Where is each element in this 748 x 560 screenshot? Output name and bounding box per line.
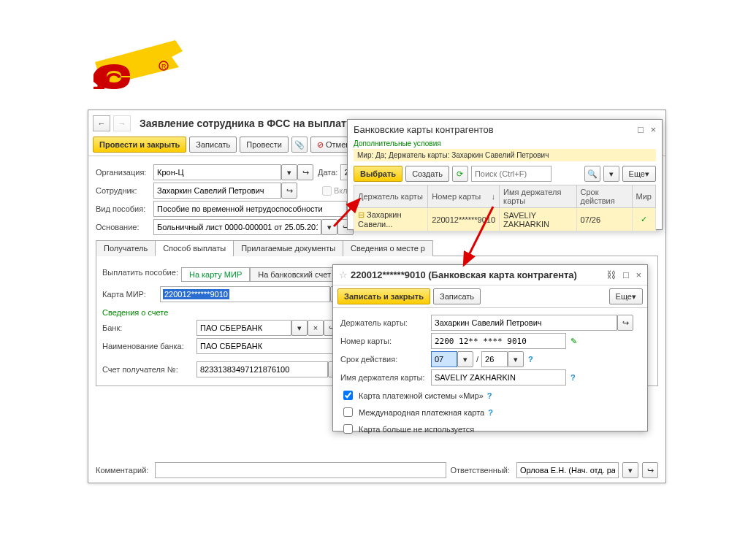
basis-dropdown-button[interactable]: ▾ <box>321 219 337 235</box>
org-open-button[interactable]: ↪ <box>297 164 313 180</box>
not-used-label: Карта больше не используется <box>359 425 474 434</box>
edit-icon[interactable]: ✎ <box>570 337 577 346</box>
extra-conditions-value: Мир: Да; Держатель карты: Захаркин Савел… <box>354 149 656 161</box>
holder-open-button[interactable]: ↪ <box>617 315 633 331</box>
post-and-close-button[interactable]: Провести и закрыть <box>93 137 186 153</box>
card-detail-title: 220012******9010 (Банковская карта контр… <box>351 269 602 280</box>
tab-documents[interactable]: Прилагаемые документы <box>233 240 343 256</box>
benefit-type-field[interactable] <box>153 201 347 217</box>
bank-clear-button[interactable]: × <box>308 320 324 336</box>
expiry-month-dropdown[interactable]: ▾ <box>457 351 473 367</box>
mir-card-label: Карта МИР: <box>102 290 160 299</box>
tab-place-info[interactable]: Сведения о месте р <box>343 240 433 256</box>
card-detail-dialog: ☆ 220012******9010 (Банковская карта кон… <box>332 264 648 431</box>
international-checkbox[interactable] <box>343 407 353 417</box>
link-icon[interactable]: ⛓ <box>606 269 616 280</box>
pay-tab-mir[interactable]: На карту МИР <box>181 267 250 282</box>
maximize-icon[interactable]: □ <box>623 269 629 280</box>
clip-icon[interactable]: 📎 <box>291 137 308 153</box>
dropdown-icon[interactable]: ▾ <box>603 166 619 182</box>
create-button[interactable]: Создать <box>405 166 449 182</box>
post-button[interactable]: Провести <box>240 137 289 153</box>
mir-system-checkbox[interactable] <box>343 391 353 400</box>
card-number-field[interactable] <box>431 333 566 349</box>
basis-field[interactable] <box>153 219 321 235</box>
help-icon[interactable]: ? <box>528 355 533 364</box>
nav-back-button[interactable]: ← <box>93 115 110 131</box>
expiry-month-field[interactable] <box>431 351 457 367</box>
comment-label: Комментарий: <box>96 466 151 475</box>
expiry-label: Срок действия: <box>340 355 431 364</box>
close-icon[interactable]: × <box>650 124 656 135</box>
search-icon[interactable]: 🔍 <box>584 166 600 182</box>
basis-label: Основание: <box>96 223 153 231</box>
employee-field[interactable] <box>153 183 281 199</box>
pay-tab-bank[interactable]: На банковский счет <box>250 267 339 282</box>
expiry-year-field[interactable] <box>481 351 508 367</box>
bank-name-label: Наименование банка: <box>102 342 196 350</box>
owner-name-label: Имя держателя карты: <box>340 373 431 382</box>
comment-field[interactable] <box>155 462 446 478</box>
svg-text:R: R <box>161 63 167 70</box>
extra-conditions-label: Дополнительные условия <box>354 139 656 147</box>
tab-payment-method[interactable]: Способ выплаты <box>155 240 234 256</box>
account-number-label: Счет получателя №: <box>102 365 196 374</box>
col-expiry[interactable]: Срок действия <box>576 185 632 208</box>
owner-name-field[interactable] <box>431 369 566 386</box>
search-input[interactable] <box>471 166 552 182</box>
org-dropdown-button[interactable]: ▾ <box>281 164 297 180</box>
maximize-icon[interactable]: □ <box>638 124 644 135</box>
date-label: Дата: <box>318 168 340 177</box>
svg-text:1C: 1C <box>92 68 122 94</box>
not-used-checkbox[interactable] <box>343 424 353 434</box>
table-row[interactable]: ⊟ Захаркин Савели... 220012******9010 SA… <box>354 208 656 231</box>
account-number-field[interactable] <box>196 361 328 377</box>
org-label: Организация: <box>96 168 153 177</box>
tab-recipient[interactable]: Получатель <box>96 240 156 256</box>
more-button-2[interactable]: Еще ▾ <box>609 288 643 304</box>
cards-list-title: Банковские карты контрагентов <box>354 124 633 135</box>
refresh-icon[interactable]: ⟳ <box>452 166 468 182</box>
responsible-label: Ответственный: <box>450 466 513 475</box>
col-number[interactable]: Номер карты ↓ <box>428 185 500 208</box>
bank-label: Банк: <box>102 323 196 332</box>
save-close-button[interactable]: Записать и закрыть <box>337 288 430 304</box>
benefit-type-label: Вид пособия: <box>96 204 153 213</box>
bank-field[interactable] <box>196 320 291 336</box>
mir-system-label: Карта платежной системы «Мир» <box>359 391 484 400</box>
cards-list-dialog: Банковские карты контрагентов □ × Дополн… <box>347 119 663 230</box>
star-icon[interactable]: ☆ <box>339 269 348 280</box>
employee-label: Сотрудник: <box>96 186 153 195</box>
main-tabs: Получатель Способ выплаты Прилагаемые до… <box>96 239 658 256</box>
help-icon[interactable]: ? <box>570 373 576 382</box>
mir-card-value[interactable]: 220012******9010 <box>163 289 229 299</box>
responsible-field[interactable] <box>516 462 619 478</box>
logo-1c: 1C R <box>88 22 190 95</box>
help-icon[interactable]: ? <box>488 408 493 417</box>
international-label: Международная платежная карта <box>359 408 484 417</box>
col-owner-name[interactable]: Имя держателя карты <box>500 185 576 208</box>
bank-dropdown-button[interactable]: ▾ <box>291 320 308 336</box>
save-button-2[interactable]: Записать <box>433 288 481 304</box>
responsible-dropdown-button[interactable]: ▾ <box>622 462 638 478</box>
col-mir[interactable]: Мир <box>632 185 655 208</box>
card-number-label: Номер карты: <box>340 337 431 345</box>
bank-name-field[interactable] <box>196 338 350 354</box>
included-checkbox <box>322 186 332 196</box>
org-field[interactable] <box>153 164 281 180</box>
cards-table: Держатель карты Номер карты ↓ Имя держат… <box>354 185 656 231</box>
nav-forward-button[interactable]: → <box>113 115 131 131</box>
close-icon[interactable]: × <box>636 269 641 280</box>
col-holder[interactable]: Держатель карты <box>354 185 428 208</box>
holder-label: Держатель карты: <box>340 318 431 327</box>
choose-button[interactable]: Выбрать <box>354 166 402 182</box>
holder-field[interactable] <box>431 315 617 331</box>
more-button[interactable]: Еще ▾ <box>622 166 656 182</box>
responsible-open-button[interactable]: ↪ <box>642 462 658 478</box>
pay-benefit-label: Выплатить пособие: <box>102 268 181 277</box>
expiry-year-dropdown[interactable]: ▾ <box>508 351 524 367</box>
employee-open-button[interactable]: ↪ <box>281 183 297 199</box>
expiry-separator: / <box>476 355 478 364</box>
save-button[interactable]: Записать <box>189 137 237 153</box>
help-icon[interactable]: ? <box>487 391 492 400</box>
